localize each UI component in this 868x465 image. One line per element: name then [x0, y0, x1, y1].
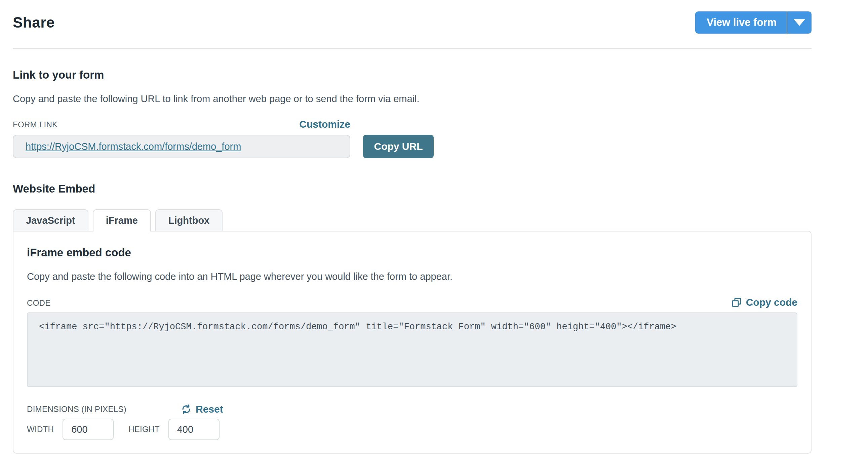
- page-header: Share View live form: [13, 0, 811, 34]
- copy-code-label: Copy code: [746, 297, 797, 307]
- reset-link[interactable]: Reset: [181, 404, 223, 414]
- embed-code-textarea[interactable]: <iframe src="https://RyjoCSM.formstack.c…: [27, 312, 797, 387]
- copy-icon: [731, 297, 742, 308]
- height-input[interactable]: [168, 419, 219, 440]
- chevron-down-icon: [794, 19, 805, 26]
- link-section-description: Copy and paste the following URL to link…: [13, 93, 811, 104]
- embed-section-heading: Website Embed: [13, 182, 811, 195]
- code-label: CODE: [27, 298, 51, 308]
- tab-iframe[interactable]: iFrame: [93, 209, 151, 231]
- width-label: WIDTH: [27, 425, 54, 434]
- view-live-form-split-button: View live form: [695, 11, 811, 34]
- refresh-icon: [181, 404, 192, 414]
- dimensions-inputs-row: WIDTH HEIGHT: [27, 419, 797, 440]
- url-row: https://RyjoCSM.formstack.com/forms/demo…: [13, 135, 811, 158]
- view-live-form-dropdown-button[interactable]: [787, 11, 811, 34]
- page-title: Share: [13, 14, 55, 31]
- dimensions-label: DIMENSIONS (IN PIXELS): [27, 404, 126, 414]
- copy-code-link[interactable]: Copy code: [731, 297, 797, 308]
- width-input[interactable]: [63, 419, 114, 440]
- embed-section: Website Embed JavaScript iFrame Lightbox…: [13, 182, 811, 454]
- form-link-row: FORM LINK Customize: [13, 119, 350, 129]
- reset-label: Reset: [196, 404, 223, 414]
- tab-lightbox[interactable]: Lightbox: [155, 209, 222, 231]
- link-section-heading: Link to your form: [13, 69, 811, 81]
- embed-tabs: JavaScript iFrame Lightbox: [13, 209, 811, 231]
- tab-javascript[interactable]: JavaScript: [13, 209, 88, 231]
- height-label: HEIGHT: [128, 425, 159, 434]
- code-row: CODE Copy code: [27, 297, 797, 308]
- dimensions-header: DIMENSIONS (IN PIXELS) Reset: [27, 404, 797, 414]
- panel-heading: iFrame embed code: [27, 246, 797, 259]
- view-live-form-button[interactable]: View live form: [695, 11, 787, 34]
- header-divider: [13, 48, 811, 49]
- form-url-field: https://RyjoCSM.formstack.com/forms/demo…: [13, 135, 350, 158]
- share-page: Share View live form Link to your form C…: [13, 0, 811, 454]
- iframe-embed-panel: iFrame embed code Copy and paste the fol…: [13, 231, 811, 454]
- form-link-label: FORM LINK: [13, 120, 58, 129]
- panel-description: Copy and paste the following code into a…: [27, 271, 797, 282]
- customize-link[interactable]: Customize: [299, 119, 350, 129]
- copy-url-button[interactable]: Copy URL: [363, 135, 434, 158]
- form-url-link[interactable]: https://RyjoCSM.formstack.com/forms/demo…: [26, 141, 241, 152]
- link-section: Link to your form Copy and paste the fol…: [13, 69, 811, 158]
